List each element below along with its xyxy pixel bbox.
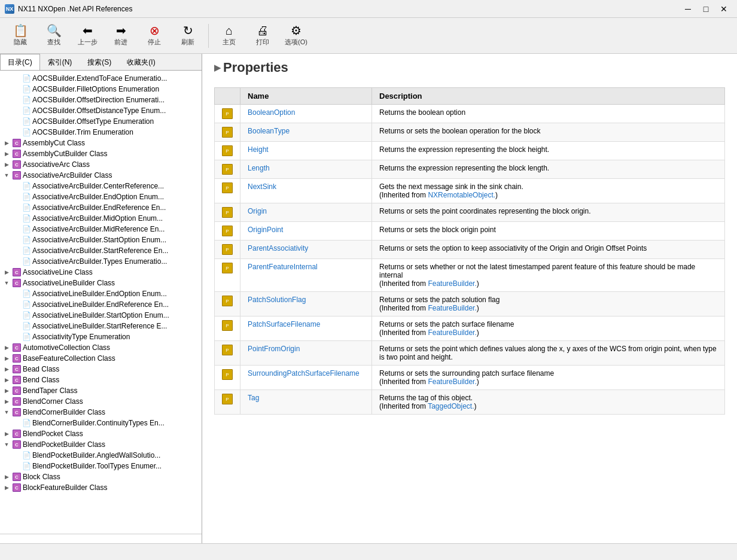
options-button[interactable]: ⚙ 选项(O) <box>281 20 312 51</box>
tree-item[interactable]: 📄AOCSBuilder.OffsetDirection Enumerati..… <box>0 95 202 105</box>
prop-name-cell[interactable]: PatchSurfaceFilename <box>240 316 372 341</box>
prop-link[interactable]: BooleanType <box>248 127 290 135</box>
forward-button[interactable]: ➡ 前进 <box>105 20 136 51</box>
tree-item[interactable]: ▶CAssociativeLine Class <box>0 267 202 278</box>
tab-search[interactable]: 搜索(S) <box>80 54 119 70</box>
tree-item[interactable]: 📄AOCSBuilder.FilletOptions Enumeration <box>0 84 202 95</box>
stop-icon: ⊗ <box>150 25 160 36</box>
tree-item[interactable]: 📄AOCSBuilder.OffsetDistanceType Enum... <box>0 105 202 116</box>
tree-item[interactable]: ▶CBend Class <box>0 375 202 385</box>
prop-icon-cell: P <box>215 160 240 179</box>
prop-link[interactable]: PointFromOrigin <box>248 345 300 353</box>
tree-item[interactable]: 📄AssociativityType Enumeration <box>0 331 202 342</box>
inherited-link[interactable]: FeatureBuilder. <box>428 328 476 337</box>
prop-link[interactable]: Height <box>248 145 269 154</box>
tree-item[interactable]: 📄AOCSBuilder.OffsetType Enumeration <box>0 116 202 127</box>
tree-item[interactable]: 📄AssociativeLineBuilder.EndReference En.… <box>0 299 202 310</box>
tab-toc[interactable]: 目录(C) <box>0 54 40 70</box>
prop-link[interactable]: ParentAssociativity <box>248 244 308 252</box>
inherited-link[interactable]: NXRemotableObject. <box>428 191 495 199</box>
tree-item[interactable]: ▶CAutomotiveCollection Class <box>0 342 202 353</box>
prop-link[interactable]: Origin <box>248 207 267 215</box>
prop-name-cell[interactable]: PointFromOrigin <box>240 341 372 366</box>
stop-button[interactable]: ⊗ 停止 <box>139 20 170 51</box>
tree-item[interactable]: ▼CAssociativeLineBuilder Class <box>0 278 202 288</box>
tree-item[interactable]: 📄AssociativeArcBuilder.StartReference En… <box>0 245 202 256</box>
tab-favorites[interactable]: 收藏夹(I) <box>119 54 163 70</box>
tree-item[interactable]: 📄AssociativeLineBuilder.EndOption Enum..… <box>0 288 202 299</box>
tree-item[interactable]: 📄AOCSBuilder.ExtendToFace Enumeratio... <box>0 73 202 84</box>
tree-hscrollbar[interactable] <box>0 534 202 543</box>
inherited-link[interactable]: FeatureBuilder. <box>428 378 476 386</box>
tree-item[interactable]: ▶CBlendCorner Class <box>0 396 202 407</box>
prop-name-cell[interactable]: NextSink <box>240 179 372 203</box>
prop-link[interactable]: OriginPoint <box>248 226 283 234</box>
tree-item[interactable]: 📄AOCSBuilder.Trim Enumeration <box>0 127 202 138</box>
tree-item[interactable]: 📄BlendCornerBuilder.ContinuityTypes En..… <box>0 418 202 428</box>
tree-item[interactable]: ▼CBlendCornerBuilder Class <box>0 407 202 418</box>
prop-name-cell[interactable]: Tag <box>240 390 372 415</box>
prop-name-cell[interactable]: BooleanOption <box>240 105 372 123</box>
tree-item[interactable]: ▶CAssemblyCutBuilder Class <box>0 148 202 159</box>
tree-item[interactable]: ▶CBaseFeatureCollection Class <box>0 353 202 364</box>
tree-item[interactable]: ▶CBendTaper Class <box>0 385 202 396</box>
tree-item[interactable]: ▶CBead Class <box>0 364 202 375</box>
tree-item[interactable]: 📄AssociativeArcBuilder.EndReference En..… <box>0 202 202 213</box>
prop-icon-cell: P <box>215 366 240 390</box>
home-button[interactable]: ⌂ 主页 <box>214 20 245 51</box>
tree-item[interactable]: 📄BlendPocketBuilder.ToolTypes Enumer... <box>0 461 202 471</box>
tree-panel[interactable]: 📄AOCSBuilder.ExtendToFace Enumeratio...📄… <box>0 71 202 534</box>
prop-name-cell[interactable]: Length <box>240 160 372 179</box>
minimize-button[interactable]: ─ <box>680 2 696 16</box>
inherited-link[interactable]: FeatureBuilder. <box>428 304 476 312</box>
find-button[interactable]: 🔍 查找 <box>38 20 69 51</box>
prop-link[interactable]: Tag <box>248 394 259 402</box>
prop-name-cell[interactable]: Height <box>240 142 372 160</box>
prop-name-cell[interactable]: PatchSolutionFlag <box>240 292 372 316</box>
prop-name-cell[interactable]: Origin <box>240 203 372 222</box>
prop-link[interactable]: PatchSurfaceFilename <box>248 320 320 328</box>
hide-button[interactable]: 📋 隐藏 <box>5 20 36 51</box>
tree-item[interactable]: ▶CBlockFeatureBuilder Class <box>0 482 202 493</box>
prop-link[interactable]: SurroundingPatchSurfaceFilename <box>248 369 360 378</box>
back-button[interactable]: ⬅ 上一步 <box>72 20 103 51</box>
prop-name-cell[interactable]: BooleanType <box>240 123 372 142</box>
close-button[interactable]: ✕ <box>715 2 732 16</box>
tree-item[interactable]: 📄BlendPocketBuilder.AngledWallSolutio... <box>0 450 202 461</box>
prop-link[interactable]: BooleanOption <box>248 108 295 117</box>
tree-item[interactable]: 📄AssociativeArcBuilder.Types Enumeratio.… <box>0 256 202 267</box>
inherited-link[interactable]: TaggedObject. <box>428 402 474 410</box>
prop-name-cell[interactable]: ParentAssociativity <box>240 241 372 259</box>
prop-name-cell[interactable]: ParentFeatureInternal <box>240 259 372 292</box>
prop-description-cell: Returns the tag of this object.(Inherite… <box>372 390 725 415</box>
tree-item[interactable]: ▼CAssociativeArcBuilder Class <box>0 170 202 181</box>
prop-name-cell[interactable]: SurroundingPatchSurfaceFilename <box>240 366 372 390</box>
tree-item[interactable]: 📄AssociativeLineBuilder.StartReference E… <box>0 321 202 331</box>
refresh-button[interactable]: ↻ 刷新 <box>172 20 203 51</box>
tree-item[interactable]: 📄AssociativeArcBuilder.StartOption Enum.… <box>0 235 202 245</box>
right-panel[interactable]: ▶ Properties Name Description PBooleanOp… <box>202 54 737 543</box>
tree-item[interactable]: 📄AssociativeLineBuilder.StartOption Enum… <box>0 310 202 321</box>
table-row: PPointFromOriginReturns or sets the poin… <box>215 341 725 366</box>
prop-link[interactable]: PatchSolutionFlag <box>248 296 306 304</box>
tree-item[interactable]: ▶CAssociativeArc Class <box>0 159 202 170</box>
print-button[interactable]: 🖨 打印 <box>247 20 278 51</box>
properties-table: Name Description PBooleanOptionReturns t… <box>214 87 725 415</box>
tree-item[interactable]: 📄AssociativeArcBuilder.EndOption Enum... <box>0 191 202 202</box>
maximize-button[interactable]: □ <box>698 2 714 16</box>
table-row: PBooleanOptionReturns the boolean option <box>215 105 725 123</box>
tree-item[interactable]: ▶CAssemblyCut Class <box>0 138 202 148</box>
tree-item[interactable]: 📄AssociativeArcBuilder.CenterReference..… <box>0 181 202 191</box>
prop-name-cell[interactable]: OriginPoint <box>240 222 372 241</box>
prop-link[interactable]: NextSink <box>248 182 276 191</box>
inherited-link[interactable]: FeatureBuilder. <box>428 279 476 288</box>
prop-link[interactable]: Length <box>248 164 270 172</box>
tree-item[interactable]: 📄AssociativeArcBuilder.MidReference En..… <box>0 224 202 235</box>
tree-item[interactable]: ▼CBlendPocketBuilder Class <box>0 439 202 450</box>
tree-item[interactable]: 📄AssociativeArcBuilder.MidOption Enum... <box>0 213 202 224</box>
prop-link[interactable]: ParentFeatureInternal <box>248 263 318 271</box>
tree-item[interactable]: ▶CBlock Class <box>0 471 202 482</box>
tab-index[interactable]: 索引(N) <box>40 54 80 70</box>
expand-icon <box>12 419 20 427</box>
tree-item[interactable]: ▶CBlendPocket Class <box>0 428 202 439</box>
